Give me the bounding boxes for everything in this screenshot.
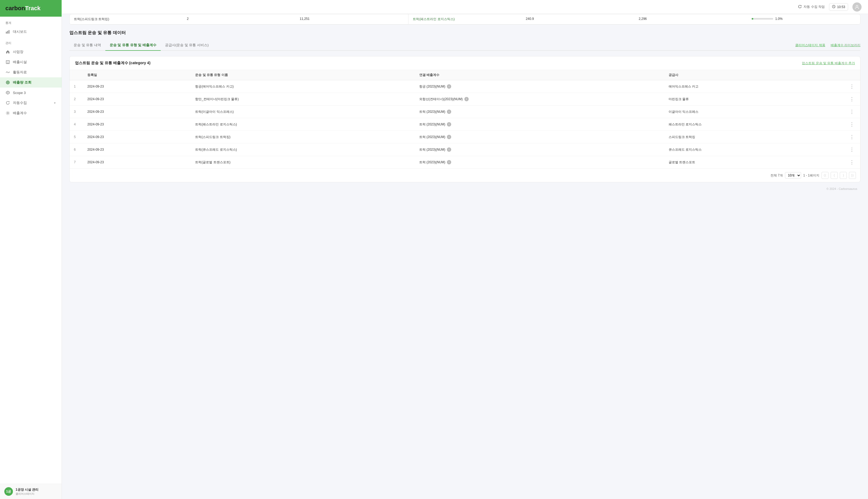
topbar-avatar[interactable] <box>853 2 861 12</box>
svg-rect-6 <box>7 63 8 64</box>
svg-rect-5 <box>8 62 9 62</box>
table-section-header: 업스트림 운송 및 유통 배출계수 (category 4) 업스트림 운송 및… <box>70 57 860 70</box>
row-supplier: 이글아이 익스프레스 <box>664 106 844 118</box>
main-area: 자동 수집 작업 10:53 트럭(스피드링크 트럭킹) 2 11,251 트럭… <box>62 0 868 499</box>
sidebar-item-emission-coef-label: 배출계수 <box>13 111 27 115</box>
gear-icon <box>5 111 10 115</box>
emission-coef-table: 등록일 운송 및 유통 유형 이름 연결 배출계수 공급사 1 2024-09-… <box>70 70 860 168</box>
info-icon[interactable]: i <box>465 97 469 101</box>
page-first-button[interactable]: ⟨⟨ <box>821 172 829 179</box>
info-icon[interactable]: i <box>447 84 451 89</box>
row-num: 3 <box>70 106 83 118</box>
sidebar-item-emission-coef[interactable]: 배출계수 <box>0 108 62 118</box>
content-area: 트럭(스피드링크 트럭킹) 2 11,251 트럭(패스트라인 로지스틱스) 2… <box>62 14 868 499</box>
dots-menu[interactable]: ⋮ <box>848 83 856 90</box>
sidebar-item-scope3-label: Scope 3 <box>13 91 26 95</box>
sidebar-item-activity-data-label: 활동자료 <box>13 70 27 75</box>
snippet-right-value: 2,296 <box>635 14 747 24</box>
tab-supplier[interactable]: 공급사(운송 및 유통 서비스) <box>161 40 213 51</box>
stat-section-label: 통계 <box>0 17 62 27</box>
row-linked-coef: 외항선(컨테이너)(2023)(NUM) i <box>415 93 664 106</box>
row-type-name: 트럭(스피드링크 트럭킹) <box>191 131 415 143</box>
sidebar-item-site-label: 사업장 <box>13 49 23 54</box>
sidebar-user-area: 1공 1공장 시설 관리 클리어스테이지 <box>0 484 62 499</box>
logo-area: carbonTrack <box>0 0 62 17</box>
clearstage-product-link[interactable]: 클리어스테이지 제품 <box>795 43 825 48</box>
sidebar-item-emission-lookup-label: 배출량 조회 <box>13 80 32 85</box>
row-supplier: 패스트라인 로지스틱스 <box>664 118 844 131</box>
row-num: 7 <box>70 156 83 169</box>
row-num: 5 <box>70 131 83 143</box>
row-type-name: 항만_컨테이너(마린킹크 물류) <box>191 93 415 106</box>
dots-menu[interactable]: ⋮ <box>848 159 856 166</box>
pagination: 전체 7개 10개20개50개 1 - 1페이지 ⟨⟨ ⟨ ⟩ ⟩⟩ <box>70 168 860 182</box>
tab-type[interactable]: 운송 및 유통 유형 및 배출계수 <box>105 40 161 51</box>
svg-rect-2 <box>9 30 9 34</box>
sidebar-item-activity-data[interactable]: 활동자료 <box>0 67 62 77</box>
dots-menu[interactable]: ⋮ <box>848 121 856 127</box>
row-num: 6 <box>70 143 83 156</box>
total-count: 전체 7개 <box>770 173 783 178</box>
per-page-select[interactable]: 10개20개50개 <box>785 172 801 179</box>
page-info: 1 - 1페이지 <box>803 173 819 178</box>
snippet-right-name: 트럭(패스트라인 로지스틱스) <box>409 14 521 24</box>
svg-point-10 <box>8 82 8 83</box>
sidebar-item-auto-collect[interactable]: 자동수집 ▼ <box>0 98 62 108</box>
sidebar-item-dashboard-label: 대시보드 <box>13 29 27 34</box>
row-date: 2024-09-23 <box>83 143 191 156</box>
dots-menu[interactable]: ⋮ <box>848 96 856 102</box>
info-icon[interactable]: i <box>447 135 451 139</box>
row-type-name: 트럭(글로벌 트랜스포트) <box>191 156 415 169</box>
svg-rect-7 <box>8 63 9 64</box>
sidebar-item-site[interactable]: 사업장 <box>0 47 62 57</box>
sync-button[interactable]: 자동 수집 작업 <box>798 4 825 9</box>
refresh-icon <box>5 100 10 105</box>
row-actions: ⋮ <box>844 93 860 106</box>
row-date: 2024-09-23 <box>83 80 191 93</box>
info-icon[interactable]: i <box>447 110 451 114</box>
table-row: 7 2024-09-23 트럭(글로벌 트랜스포트) 트럭 (2023)(NUM… <box>70 156 860 169</box>
cube-icon <box>5 90 10 95</box>
table-row: 6 2024-09-23 트럭(큐스프레드 로지스틱스) 트럭 (2023)(N… <box>70 143 860 156</box>
time-display[interactable]: 10:53 <box>829 3 848 11</box>
sidebar-item-emission-facility[interactable]: 배출시설 <box>0 57 62 67</box>
info-icon[interactable]: i <box>447 122 451 126</box>
row-date: 2024-09-23 <box>83 106 191 118</box>
add-emission-coef-link[interactable]: 업스트림 운송 및 유통 배출계수 추가 <box>802 61 855 65</box>
table-row: 2 2024-09-23 항만_컨테이너(마린킹크 물류) 외항선(컨테이너)(… <box>70 93 860 106</box>
svg-rect-3 <box>6 61 9 64</box>
col-type-name: 운송 및 유통 유형 이름 <box>191 70 415 80</box>
row-type-name: 트럭(큐스프레드 로지스틱스) <box>191 143 415 156</box>
logo-part2: Track <box>25 5 40 12</box>
dots-menu[interactable]: ⋮ <box>848 109 856 115</box>
section-title: 업스트림 운송 및 유통 데이터 <box>69 30 860 36</box>
row-supplier: 큐스프레드 로지스틱스 <box>664 143 844 156</box>
page-next-button[interactable]: ⟩ <box>840 172 847 179</box>
row-linked-coef: 항공 (2023)(NUM) i <box>415 80 664 93</box>
page-last-button[interactable]: ⟩⟩ <box>849 172 856 179</box>
tab-summary[interactable]: 운송 및 유통 내역 <box>69 40 105 51</box>
snippet-left-value: 11,251 <box>296 14 408 24</box>
table-section: 업스트림 운송 및 유통 배출계수 (category 4) 업스트림 운송 및… <box>69 56 860 182</box>
svg-rect-4 <box>7 62 8 62</box>
emission-library-link[interactable]: 배출계수 라이브러리 <box>831 43 860 48</box>
snippet-row: 트럭(스피드링크 트럭킹) 2 11,251 트럭(패스트라인 로지스틱스) 2… <box>70 14 860 24</box>
row-linked-coef: 트럭 (2023)(NUM) i <box>415 106 664 118</box>
sidebar-item-emission-lookup[interactable]: 배출량 조회 <box>0 77 62 87</box>
row-supplier: 글로벌 트랜스포트 <box>664 156 844 169</box>
row-num: 1 <box>70 80 83 93</box>
top-snippet: 트럭(스피드링크 트럭킹) 2 11,251 트럭(패스트라인 로지스틱스) 2… <box>69 14 860 25</box>
sync-label: 자동 수집 작업 <box>804 4 825 9</box>
snippet-right-count: 240.9 <box>522 14 635 24</box>
page-prev-button[interactable]: ⟨ <box>831 172 837 179</box>
sidebar-item-dashboard[interactable]: 대시보드 <box>0 27 62 37</box>
sidebar-item-emission-facility-label: 배출시설 <box>13 60 27 64</box>
user-sub: 클리어스테이지 <box>15 492 38 496</box>
col-date: 등록일 <box>83 70 191 80</box>
dots-menu[interactable]: ⋮ <box>848 146 856 153</box>
dots-menu[interactable]: ⋮ <box>848 134 856 140</box>
info-icon[interactable]: i <box>447 147 451 152</box>
info-icon[interactable]: i <box>447 160 451 165</box>
sidebar-item-scope3[interactable]: Scope 3 <box>0 87 62 98</box>
topbar: 자동 수집 작업 10:53 <box>62 0 868 14</box>
